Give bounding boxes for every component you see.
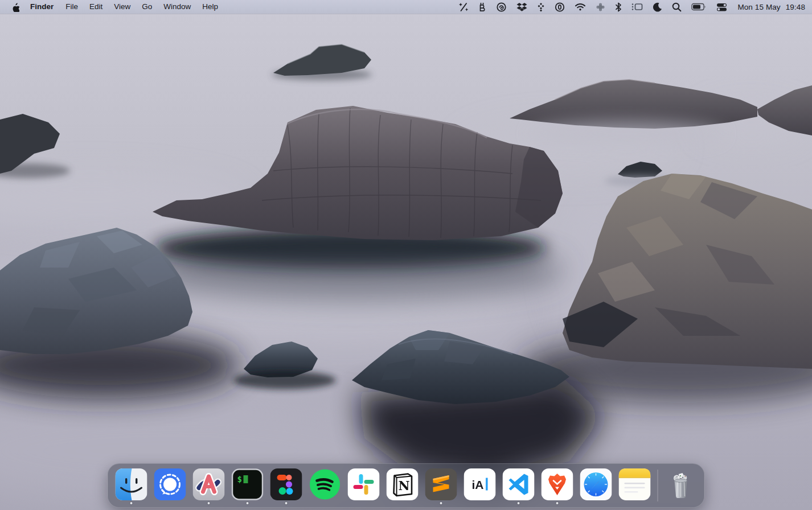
- menu-view[interactable]: View: [108, 0, 136, 14]
- bluetooth-icon[interactable]: [610, 0, 626, 14]
- diamond-cluster-icon[interactable]: [532, 0, 549, 14]
- plus-cross-icon[interactable]: [590, 0, 610, 14]
- vscode-icon: [503, 468, 535, 500]
- bartender-b-icon[interactable]: [473, 0, 491, 14]
- apple-menu[interactable]: [7, 2, 24, 12]
- control-center-icon[interactable]: [711, 0, 732, 14]
- running-indicator: [130, 502, 133, 504]
- apple-icon: [11, 2, 19, 12]
- notion-icon: N: [387, 468, 419, 500]
- notes-icon: [619, 468, 651, 500]
- running-indicator: [208, 502, 210, 504]
- dock-item-brave[interactable]: [538, 468, 577, 505]
- dock-item-trash[interactable]: [662, 468, 700, 505]
- terminal-icon: $: [232, 468, 264, 500]
- dock-item-slack[interactable]: [345, 468, 383, 505]
- running-indicator: [285, 502, 288, 504]
- dock-item-nova[interactable]: [190, 468, 228, 505]
- desktop: Finder File Edit View Go Window Help: [0, 0, 812, 510]
- adobe-creative-cloud-icon[interactable]: [491, 0, 511, 14]
- menu-bar-clock[interactable]: Mon 15 May19:48: [732, 3, 805, 11]
- finder-icon: [116, 468, 147, 500]
- sparkles-slash-icon[interactable]: [453, 0, 473, 14]
- menu-file[interactable]: File: [60, 0, 84, 14]
- brave-icon: [542, 468, 573, 500]
- dock-item-ia-writer[interactable]: iA: [461, 468, 499, 505]
- focus-moon-icon[interactable]: [647, 0, 667, 14]
- dock-item-vscode[interactable]: [499, 468, 538, 505]
- app-menu-finder[interactable]: Finder: [24, 0, 60, 14]
- dock: $: [108, 463, 705, 508]
- sublime-text-icon: [425, 468, 457, 500]
- clock-date: Mon 15 May: [737, 3, 780, 11]
- svg-text:N: N: [398, 478, 409, 493]
- figma-icon: [270, 468, 302, 500]
- battery-icon[interactable]: [686, 0, 711, 14]
- dock-item-terminal[interactable]: $: [228, 468, 267, 505]
- svg-text:$: $: [237, 475, 242, 484]
- dock-item-figma[interactable]: [267, 468, 306, 505]
- nova-red-blue-a-icon: [193, 468, 225, 500]
- dock-divider: [658, 470, 658, 501]
- signal-icon: [154, 468, 186, 500]
- battery-fill: [693, 5, 700, 9]
- running-indicator: [440, 502, 442, 504]
- menu-go[interactable]: Go: [136, 0, 158, 14]
- wallpaper-image: [0, 0, 812, 510]
- spotlight-search-icon[interactable]: [667, 0, 686, 14]
- dock-item-spotify[interactable]: [306, 468, 345, 505]
- menu-help[interactable]: Help: [196, 0, 224, 14]
- ia-writer-icon: iA: [464, 468, 496, 500]
- slack-icon: [348, 468, 380, 500]
- safari-icon: [580, 468, 612, 500]
- svg-text:iA: iA: [472, 478, 484, 491]
- keyhole-circle-icon[interactable]: [549, 0, 569, 14]
- running-indicator: [518, 502, 520, 504]
- hidden-items-rect-icon[interactable]: [626, 0, 647, 14]
- running-indicator: [247, 502, 249, 504]
- dock-item-signal[interactable]: [151, 468, 190, 505]
- dock-item-safari[interactable]: [577, 468, 616, 505]
- wifi-icon[interactable]: [569, 0, 590, 14]
- menu-window[interactable]: Window: [158, 0, 196, 14]
- dock-item-sublime-text[interactable]: [422, 468, 461, 505]
- trash-full-icon: [665, 468, 697, 500]
- spotify-icon: [309, 468, 341, 500]
- running-indicator: [556, 502, 559, 504]
- menu-edit[interactable]: Edit: [84, 0, 108, 14]
- dropbox-icon[interactable]: [511, 0, 532, 14]
- clock-time: 19:48: [786, 3, 805, 11]
- dock-item-finder[interactable]: [112, 468, 151, 505]
- menu-bar: Finder File Edit View Go Window Help: [0, 0, 812, 14]
- dock-item-notion[interactable]: N: [383, 468, 422, 505]
- dock-item-notes[interactable]: [616, 468, 654, 505]
